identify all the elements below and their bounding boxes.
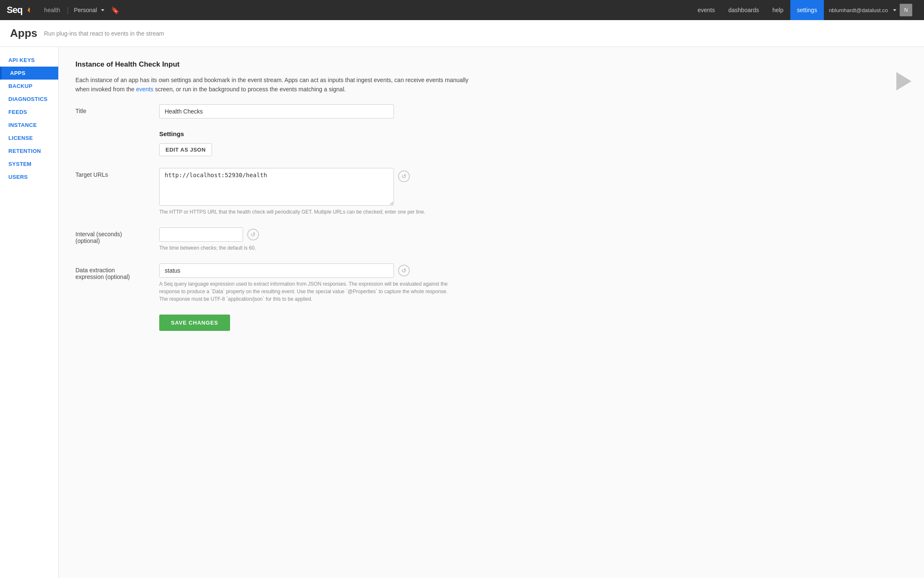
- sidebar-item-system[interactable]: SYSTEM: [0, 157, 58, 170]
- target-urls-row: Target URLs ↺ The HTTP or HTTPS URL that…: [75, 168, 536, 216]
- save-row: SAVE CHANGES: [159, 315, 907, 331]
- data-extraction-reset-button[interactable]: ↺: [398, 265, 410, 276]
- title-input[interactable]: [159, 104, 394, 119]
- health-link[interactable]: health: [39, 7, 65, 13]
- interval-label: Interval (seconds) (optional): [75, 227, 159, 252]
- nav-divider: |: [65, 6, 71, 15]
- title-row: Title: [75, 104, 536, 119]
- nav-links: events dashboards help settings: [691, 0, 824, 20]
- nav-link-dashboards[interactable]: dashboards: [722, 0, 766, 20]
- interval-field-wrapper: ↺: [159, 227, 536, 242]
- interval-reset-icon: ↺: [251, 231, 256, 238]
- personal-dropdown[interactable]: Personal: [70, 7, 108, 13]
- sidebar-item-retention[interactable]: RETENTION: [0, 144, 58, 157]
- user-email: nblumhardt@datalust.co: [829, 7, 888, 13]
- target-urls-helper: The HTTP or HTTPS URL that the health ch…: [159, 208, 453, 216]
- settings-field: Settings EDIT AS JSON: [159, 130, 536, 156]
- sidebar: API KEYS APPS BACKUP DIAGNOSTICS FEEDS I…: [0, 47, 59, 578]
- page-subtitle: Run plug-ins that react to events in the…: [44, 30, 164, 37]
- events-link[interactable]: events: [136, 86, 153, 93]
- sidebar-item-license[interactable]: LICENSE: [0, 132, 58, 144]
- sidebar-item-instance[interactable]: INSTANCE: [0, 119, 58, 132]
- bookmark-icon[interactable]: 🔖: [108, 6, 123, 14]
- instance-title: Instance of Health Check Input: [75, 60, 907, 69]
- target-urls-reset-button[interactable]: ↺: [398, 170, 410, 182]
- target-urls-field-wrapper: ↺: [159, 168, 536, 206]
- page-title: Apps: [10, 27, 37, 40]
- logo-text: Seq: [7, 5, 22, 15]
- description-after-link: screen, or run in the background to proc…: [155, 86, 346, 93]
- interval-input[interactable]: [159, 227, 243, 242]
- edit-json-button[interactable]: EDIT AS JSON: [159, 143, 212, 156]
- arrow-decoration-icon: [896, 72, 911, 90]
- target-urls-label: Target URLs: [75, 168, 159, 216]
- reset-icon: ↺: [401, 173, 406, 180]
- logo[interactable]: Seq: [7, 5, 32, 15]
- nav-link-help[interactable]: help: [766, 0, 790, 20]
- target-urls-input[interactable]: [159, 168, 394, 206]
- logo-flame-icon: [25, 6, 32, 14]
- data-extraction-reset-icon: ↺: [401, 267, 406, 274]
- data-extraction-field: ↺ A Seq query language expression used t…: [159, 263, 536, 303]
- page-header: Apps Run plug-ins that react to events i…: [0, 20, 924, 47]
- interval-field: ↺ The time between checks; the default i…: [159, 227, 536, 252]
- data-extraction-helper: A Seq query language expression used to …: [159, 280, 453, 303]
- interval-row: Interval (seconds) (optional) ↺ The time…: [75, 227, 536, 252]
- personal-label: Personal: [74, 7, 97, 13]
- nav-link-settings[interactable]: settings: [790, 0, 824, 20]
- settings-label: Settings: [159, 130, 536, 137]
- settings-spacer: [75, 130, 159, 156]
- data-extraction-row: Data extraction expression (optional) ↺ …: [75, 263, 536, 303]
- data-extraction-input[interactable]: [159, 263, 394, 278]
- avatar: N: [900, 4, 912, 16]
- description-text: Each instance of an app has its own sett…: [75, 75, 478, 94]
- chevron-down-icon: [101, 9, 104, 11]
- sidebar-item-backup[interactable]: BACKUP: [0, 80, 58, 93]
- title-field: [159, 104, 536, 119]
- sidebar-item-api-keys[interactable]: API KEYS: [0, 54, 58, 67]
- title-label: Title: [75, 104, 159, 119]
- settings-section: Settings EDIT AS JSON: [75, 130, 536, 156]
- sidebar-item-feeds[interactable]: FEEDS: [0, 106, 58, 119]
- target-urls-field: ↺ The HTTP or HTTPS URL that the health …: [159, 168, 536, 216]
- save-changes-button[interactable]: SAVE CHANGES: [159, 315, 230, 331]
- sidebar-item-apps[interactable]: APPS: [0, 67, 58, 80]
- avatar-initials: N: [904, 7, 908, 13]
- top-navigation: Seq health | Personal 🔖 events dashboard…: [0, 0, 924, 20]
- nav-link-events[interactable]: events: [691, 0, 722, 20]
- sidebar-item-users[interactable]: USERS: [0, 170, 58, 183]
- main-content: Instance of Health Check Input Each inst…: [59, 47, 924, 578]
- interval-reset-button[interactable]: ↺: [247, 229, 259, 240]
- user-menu[interactable]: nblumhardt@datalust.co N: [824, 4, 917, 16]
- interval-helper: The time between checks; the default is …: [159, 244, 453, 252]
- user-chevron-icon: [893, 9, 896, 11]
- data-extraction-label: Data extraction expression (optional): [75, 263, 159, 303]
- main-layout: API KEYS APPS BACKUP DIAGNOSTICS FEEDS I…: [0, 47, 924, 578]
- data-extraction-field-wrapper: ↺: [159, 263, 536, 278]
- sidebar-item-diagnostics[interactable]: DIAGNOSTICS: [0, 93, 58, 106]
- settings-row: Settings EDIT AS JSON: [75, 130, 536, 156]
